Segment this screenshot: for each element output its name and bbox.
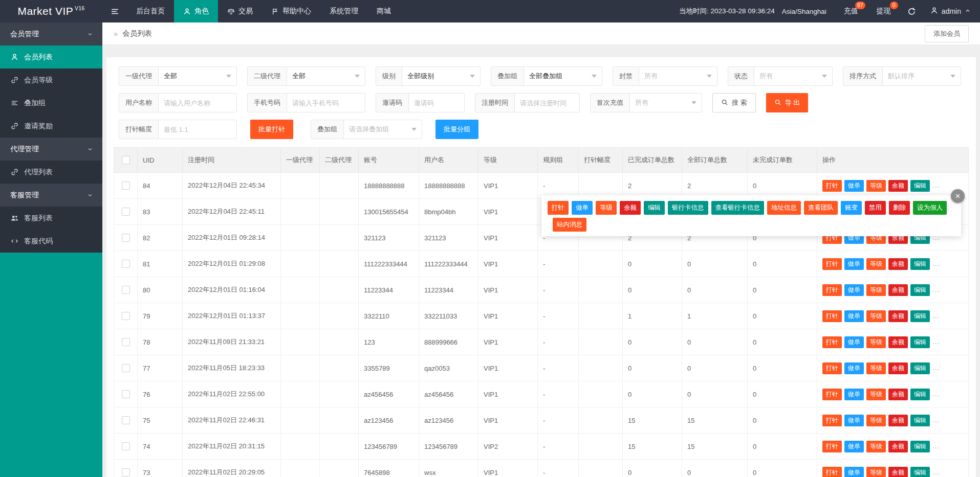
make-order-button[interactable]: 做单 [844,441,864,452]
row-checkbox[interactable] [122,468,130,476]
level-button[interactable]: 等级 [866,362,886,374]
recharge-link[interactable]: 充值 87 [835,0,867,22]
make-order-button[interactable]: 做单 [844,258,864,270]
more-actions-button[interactable]: ... [932,468,940,476]
edit-button[interactable]: 编辑 [910,389,930,400]
filter-select-level[interactable]: 级别全部级别 [376,66,481,86]
sidebar-item-service-code[interactable]: 客服代码 [0,230,102,253]
balance-button[interactable]: 余额 [888,284,908,296]
level-button[interactable]: 等级 [866,310,886,322]
more-actions-button[interactable]: ... [932,442,940,450]
inject-button[interactable]: 打针 [822,180,842,192]
level-button[interactable]: 等级 [866,441,886,452]
more-actions-button[interactable]: ... [932,338,940,346]
sidebar-item-member-level[interactable]: 会员等级 [0,69,102,92]
filter-select-agent1[interactable]: 一级代理全部 [119,66,237,86]
inject-button[interactable]: 打针 [822,441,842,452]
inject-button[interactable]: 打针 [822,415,842,426]
phone-input[interactable] [287,94,365,112]
row-checkbox[interactable] [122,364,130,372]
make-order-button[interactable]: 做单 [844,310,864,322]
make-order-button[interactable]: 做单 [844,336,864,348]
view-bank-card-info-button[interactable]: 查看银行卡信息 [711,201,765,215]
sidebar-item-agent-list[interactable]: 代理列表 [0,161,102,184]
inject-button[interactable]: 打针 [822,258,842,270]
export-button[interactable]: 导 出 [766,93,809,112]
set-fake-button[interactable]: 设为假人 [913,201,947,215]
balance-button[interactable]: 余额 [888,258,908,270]
sidebar-group-agent-management[interactable]: 代理管理 [0,138,102,161]
edit-button[interactable]: 编辑 [910,258,930,270]
row-checkbox[interactable] [122,442,130,450]
balance-button[interactable]: 余额 [888,415,908,426]
level-button[interactable]: 等级 [866,180,886,192]
inject-button[interactable]: 打针 [822,467,842,477]
row-checkbox[interactable] [122,181,130,190]
edit-button[interactable]: 编辑 [910,284,930,296]
level-button[interactable]: 等级 [866,336,886,348]
row-checkbox[interactable] [122,208,130,216]
more-actions-button[interactable]: ... [932,260,940,267]
user-menu[interactable]: admin [923,0,980,22]
nav-item-help-center[interactable]: 帮助中心 [262,0,320,22]
bank-card-info-button[interactable]: 银行卡信息 [668,201,708,215]
nav-item-home[interactable]: 后台首页 [127,0,174,22]
menu-toggle-icon[interactable] [102,0,127,22]
more-actions-button[interactable]: ... [932,364,940,372]
disable-button[interactable]: 禁用 [865,201,886,215]
make-order-button[interactable]: 做单 [844,389,864,400]
row-checkbox[interactable] [122,312,130,320]
address-info-button[interactable]: 地址信息 [767,201,801,215]
edit-button[interactable]: 编辑 [910,336,930,348]
sidebar-item-invite-reward[interactable]: 邀请奖励 [0,115,102,138]
level-button[interactable]: 等级 [596,201,617,215]
batch-inject-button[interactable]: 批量打针 [250,120,293,139]
row-checkbox[interactable] [122,416,130,424]
more-actions-button[interactable]: ... [932,286,940,293]
row-checkbox[interactable] [122,286,130,294]
delete-button[interactable]: 删除 [889,201,910,215]
sidebar-item-service-list[interactable]: 客服列表 [0,207,102,230]
filter-select-sort[interactable]: 排序方式默认排序 [843,66,961,86]
site-message-button[interactable]: 站内消息 [553,218,586,232]
balance-button[interactable]: 余额 [888,180,908,192]
nav-item-system[interactable]: 系统管理 [320,0,367,22]
balance-button[interactable]: 余额 [888,336,908,348]
edit-button[interactable]: 编辑 [644,201,665,215]
make-order-button[interactable]: 做单 [844,415,864,426]
row-checkbox[interactable] [122,338,130,346]
filter-select-status[interactable]: 状态所有 [728,66,833,86]
edit-button[interactable]: 编辑 [910,310,930,322]
level-button[interactable]: 等级 [866,284,886,296]
nav-item-trade[interactable]: 交易 [218,0,262,22]
row-checkbox[interactable] [122,390,130,398]
balance-button[interactable]: 余额 [620,201,641,215]
sidebar-item-member-list[interactable]: 会员列表 [0,46,102,69]
edit-button[interactable]: 编辑 [910,180,930,192]
level-button[interactable]: 等级 [866,415,886,426]
inject-button[interactable]: 打针 [822,336,842,348]
refresh-icon[interactable] [900,0,923,22]
invite-code-input[interactable] [409,94,464,112]
add-member-button[interactable]: 添加会员 [925,25,969,42]
view-team-button[interactable]: 查看团队 [804,201,838,215]
more-actions-button[interactable]: ... [932,312,940,320]
balance-button[interactable]: 余额 [888,441,908,452]
level-button[interactable]: 等级 [866,389,886,400]
balance-button[interactable]: 余额 [888,467,908,477]
balance-button[interactable]: 余额 [888,310,908,322]
filter-select-ban[interactable]: 封禁所有 [613,66,717,86]
search-button[interactable]: 搜 索 [712,93,756,112]
level-button[interactable]: 等级 [866,467,886,477]
withdraw-link[interactable]: 提现 0 [867,0,900,22]
sidebar-item-stack-group[interactable]: 叠加组 [0,92,102,115]
batch-group-button[interactable]: 批量分组 [435,120,478,139]
filter-select-stack-group[interactable]: 叠加组全部叠加组 [491,66,602,86]
first-recharge-select[interactable]: 首次充值 所有 [590,93,702,112]
sidebar-group-service-management[interactable]: 客服管理 [0,184,102,207]
make-order-button[interactable]: 做单 [844,362,864,374]
nav-item-mall[interactable]: 商城 [367,0,400,22]
reg-time-input[interactable] [515,94,579,112]
close-icon[interactable]: × [951,189,965,203]
select-all-checkbox[interactable] [122,156,130,164]
